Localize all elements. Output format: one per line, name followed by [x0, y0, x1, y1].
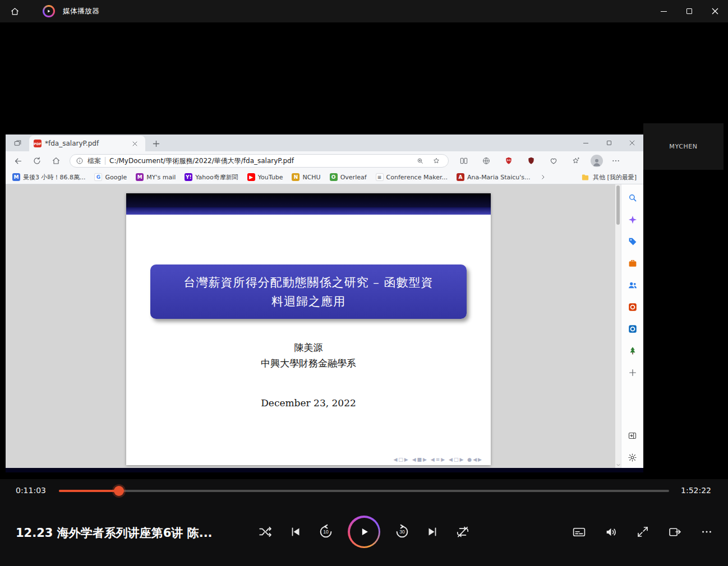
contacts-icon	[628, 280, 638, 290]
close-button[interactable]	[702, 0, 728, 22]
favorites-star-icon	[572, 156, 580, 165]
address-bar[interactable]: 檔案 C:/MyDocument/學術服務/2022/華僑大學/fda_sala…	[70, 154, 449, 168]
sidebar-search-button[interactable]	[626, 192, 639, 204]
maximize-button[interactable]	[676, 0, 702, 22]
more-options-button[interactable]	[699, 525, 714, 539]
scroll-down-icon[interactable]	[615, 462, 621, 467]
sidebar-office-button[interactable]	[626, 301, 639, 313]
folder-icon	[581, 173, 589, 182]
close-icon	[629, 140, 635, 146]
shuffle-button[interactable]	[257, 523, 274, 540]
repeat-off-icon	[455, 525, 470, 539]
video-display-area[interactable]: PDF *fda_salaryP.pdf	[0, 22, 728, 479]
star-icon	[432, 157, 440, 165]
bookmark-favicon: O	[330, 173, 338, 181]
bookmark-item[interactable]: AAna-Maria Staicu's...	[457, 173, 531, 181]
bookmark-item[interactable]: ≡Conference Maker...	[376, 173, 448, 181]
next-track-button[interactable]	[424, 523, 441, 540]
browser-window: PDF *fda_salaryP.pdf	[6, 134, 643, 472]
bookmarks-overflow-button[interactable]	[540, 174, 546, 180]
slide-title-line1: 台灣薪資所得分配動態關係之研究 – 函數型資	[150, 273, 467, 292]
settings-gear-icon	[628, 453, 637, 462]
bookmark-item[interactable]: GGoogle	[94, 173, 127, 181]
bookmark-item[interactable]: NNCHU	[292, 173, 320, 181]
other-favorites[interactable]: 其他 [我的最愛]	[581, 173, 637, 182]
more-icon	[611, 156, 620, 165]
browser-home-button[interactable]	[47, 153, 65, 169]
fullscreen-button[interactable]	[635, 525, 650, 539]
close-icon	[712, 8, 718, 15]
security-extension-button[interactable]	[520, 153, 542, 169]
titlebar: 媒体播放器	[0, 0, 728, 22]
pdf-viewer[interactable]: 台灣薪資所得分配動態關係之研究 – 函數型資 料迴歸之應用 陳美源 中興大學財務…	[6, 184, 621, 468]
bookmark-favicon: Y!	[185, 173, 192, 181]
sidebar-shopping-button[interactable]	[626, 235, 639, 248]
utility-controls	[572, 513, 714, 551]
bookmark-favicon: ≡	[376, 173, 384, 181]
minimize-button[interactable]	[651, 0, 676, 22]
browser-close-button[interactable]	[620, 134, 643, 151]
back-icon	[13, 156, 23, 166]
favorites-button[interactable]	[565, 153, 587, 169]
scrollbar-thumb[interactable]	[616, 185, 620, 225]
new-tab-button[interactable]	[150, 137, 162, 150]
browser-essentials-button[interactable]	[543, 153, 564, 169]
sidebar-outlook-button[interactable]	[626, 323, 639, 335]
translate-button[interactable]	[476, 153, 497, 169]
skip-forward-label: 30	[394, 529, 411, 535]
cast-icon	[668, 525, 682, 539]
tab-close-button[interactable]	[128, 137, 141, 150]
sidebar-copilot-button[interactable]	[626, 214, 639, 226]
add-favorite-button[interactable]	[430, 155, 443, 166]
home-button[interactable]	[0, 0, 29, 22]
subtitles-button[interactable]	[572, 525, 586, 539]
mcafee-extension-button[interactable]	[498, 153, 519, 169]
browser-minimize-button[interactable]	[574, 134, 597, 151]
seek-handle[interactable]	[114, 486, 124, 496]
bookmark-label: Ana-Maria Staicu's...	[467, 174, 531, 181]
previous-icon	[289, 525, 302, 539]
tree-icon	[628, 346, 638, 356]
bookmark-item[interactable]: MMY's mail	[136, 173, 176, 181]
sidebar-settings-button[interactable]	[626, 451, 639, 463]
tab-actions-icon	[13, 139, 22, 147]
bookmark-favicon: M	[12, 173, 20, 181]
play-button[interactable]	[348, 516, 380, 548]
bookmark-item[interactable]: ▶YouTube	[247, 173, 283, 181]
sidebar-contacts-button[interactable]	[626, 279, 639, 291]
sidebar-add-button[interactable]	[626, 366, 639, 379]
tab-title: *fda_salaryP.pdf	[45, 140, 125, 147]
repeat-button[interactable]	[454, 523, 471, 540]
now-playing-title: 12.23 海外学者系列讲座第6讲 陈...	[16, 525, 251, 541]
split-screen-button[interactable]	[453, 153, 474, 169]
browser-essentials-icon	[549, 156, 558, 165]
slide-header-band-dark	[126, 193, 491, 207]
browser-menu-button[interactable]	[607, 153, 625, 169]
back-button[interactable]	[9, 153, 27, 169]
play-icon	[350, 518, 379, 546]
zoom-button[interactable]	[414, 155, 426, 166]
profile-button[interactable]	[588, 153, 606, 169]
pdf-scrollbar[interactable]	[615, 184, 621, 468]
bookmark-item[interactable]: M曼後3 小時！86.8萬...	[12, 173, 85, 182]
browser-tab[interactable]: PDF *fda_salaryP.pdf	[29, 136, 145, 151]
sidebar-microsoft365-button[interactable]	[626, 257, 639, 270]
bookmark-item[interactable]: Y!Yahoo奇摩新聞	[185, 173, 238, 182]
slide-header-band-blue	[126, 207, 491, 215]
shield-icon	[527, 156, 536, 165]
refresh-button[interactable]	[28, 153, 46, 169]
bookmark-item[interactable]: OOverleaf	[330, 173, 367, 181]
microsoft365-icon	[628, 258, 638, 268]
elapsed-time: 0:11:03	[16, 486, 46, 495]
cast-to-device-button[interactable]	[667, 525, 682, 539]
sidebar-tree-button[interactable]	[626, 345, 639, 357]
browser-maximize-button[interactable]	[597, 134, 620, 151]
tab-actions-button[interactable]	[10, 136, 25, 150]
previous-track-button[interactable]	[287, 523, 304, 540]
volume-button[interactable]	[603, 525, 618, 539]
shuffle-icon	[258, 525, 273, 539]
sidebar-open-panel-button[interactable]	[626, 429, 639, 442]
skip-forward-button[interactable]: 30	[394, 523, 411, 540]
skip-back-button[interactable]: 10	[317, 523, 334, 540]
seek-bar[interactable]	[59, 490, 669, 492]
